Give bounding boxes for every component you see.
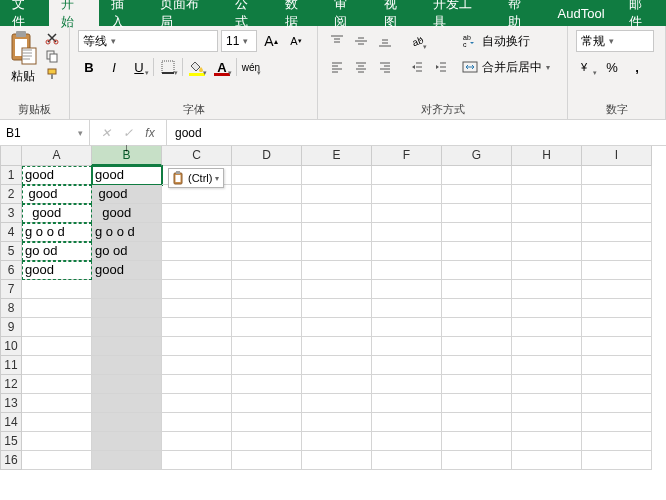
cell-I14[interactable] [582,413,652,432]
cell-A7[interactable] [22,280,92,299]
cell-C16[interactable] [162,451,232,470]
cell-H15[interactable] [512,432,582,451]
align-middle-button[interactable] [350,30,372,52]
cell-H8[interactable] [512,299,582,318]
tab-视图[interactable]: 视图 [372,0,421,26]
formula-input[interactable]: good [167,120,666,145]
italic-button[interactable]: I [103,56,125,78]
cell-G14[interactable] [442,413,512,432]
cell-A2[interactable]: good [22,185,92,204]
cell-G13[interactable] [442,394,512,413]
cell-B2[interactable]: good [92,185,162,204]
cell-H11[interactable] [512,356,582,375]
align-center-button[interactable] [350,56,372,78]
cell-H3[interactable] [512,204,582,223]
cell-H10[interactable] [512,337,582,356]
col-header-H[interactable]: H [512,146,582,166]
tab-插入[interactable]: 插入 [99,0,148,26]
tab-文件[interactable]: 文件 [0,0,49,26]
cell-D9[interactable] [232,318,302,337]
cell-I4[interactable] [582,223,652,242]
cell-D3[interactable] [232,204,302,223]
cell-C3[interactable] [162,204,232,223]
cell-G7[interactable] [442,280,512,299]
cell-B3[interactable]: good [92,204,162,223]
cell-D15[interactable] [232,432,302,451]
cell-B6[interactable]: good [92,261,162,280]
cell-B10[interactable] [92,337,162,356]
cell-A15[interactable] [22,432,92,451]
comma-format-button[interactable]: , [626,56,648,78]
cell-D5[interactable] [232,242,302,261]
cell-I15[interactable] [582,432,652,451]
cell-E11[interactable] [302,356,372,375]
cell-B7[interactable] [92,280,162,299]
font-color-button[interactable]: A [211,56,233,78]
cell-A14[interactable] [22,413,92,432]
cell-D8[interactable] [232,299,302,318]
cell-C6[interactable] [162,261,232,280]
cell-I10[interactable] [582,337,652,356]
cell-E8[interactable] [302,299,372,318]
decrease-font-button[interactable]: A▾ [285,30,307,52]
align-top-button[interactable] [326,30,348,52]
row-header-11[interactable]: 11 [0,356,22,375]
cell-C14[interactable] [162,413,232,432]
cell-F2[interactable] [372,185,442,204]
name-box[interactable]: B1 [0,120,90,145]
cell-H5[interactable] [512,242,582,261]
cut-button[interactable] [42,30,62,46]
cell-G16[interactable] [442,451,512,470]
cell-I11[interactable] [582,356,652,375]
cell-G2[interactable] [442,185,512,204]
cell-C13[interactable] [162,394,232,413]
cell-B15[interactable] [92,432,162,451]
cell-F16[interactable] [372,451,442,470]
cell-A4[interactable]: g o o d [22,223,92,242]
row-header-2[interactable]: 2 [0,185,22,204]
col-header-D[interactable]: D [232,146,302,166]
cell-D6[interactable] [232,261,302,280]
cell-H7[interactable] [512,280,582,299]
cell-B11[interactable] [92,356,162,375]
font-size-combo[interactable]: 11 [221,30,257,52]
cell-F13[interactable] [372,394,442,413]
tab-公式[interactable]: 公式 [223,0,272,26]
fx-button[interactable]: fx [142,125,158,141]
cell-H6[interactable] [512,261,582,280]
phonetic-button[interactable]: wén [240,56,262,78]
cell-G4[interactable] [442,223,512,242]
cell-A8[interactable] [22,299,92,318]
cell-I2[interactable] [582,185,652,204]
cell-E10[interactable] [302,337,372,356]
cell-C15[interactable] [162,432,232,451]
row-header-13[interactable]: 13 [0,394,22,413]
cell-B13[interactable] [92,394,162,413]
col-header-I[interactable]: I [582,146,652,166]
cell-F14[interactable] [372,413,442,432]
fill-color-button[interactable] [186,56,208,78]
cell-E16[interactable] [302,451,372,470]
increase-font-button[interactable]: A▴ [260,30,282,52]
cell-B9[interactable] [92,318,162,337]
row-header-15[interactable]: 15 [0,432,22,451]
cell-B8[interactable] [92,299,162,318]
cell-E14[interactable] [302,413,372,432]
cell-B5[interactable]: go od [92,242,162,261]
row-header-3[interactable]: 3 [0,204,22,223]
cell-I3[interactable] [582,204,652,223]
cell-I6[interactable] [582,261,652,280]
col-header-G[interactable]: G [442,146,512,166]
cell-B1[interactable]: good [92,166,162,185]
row-header-7[interactable]: 7 [0,280,22,299]
cell-F5[interactable] [372,242,442,261]
cell-I16[interactable] [582,451,652,470]
row-header-6[interactable]: 6 [0,261,22,280]
cell-E13[interactable] [302,394,372,413]
cell-A9[interactable] [22,318,92,337]
increase-indent-button[interactable] [430,56,452,78]
copy-button[interactable] [42,48,62,64]
font-name-combo[interactable]: 等线 [78,30,218,52]
accounting-format-button[interactable]: ¥ [576,56,598,78]
decrease-indent-button[interactable] [406,56,428,78]
